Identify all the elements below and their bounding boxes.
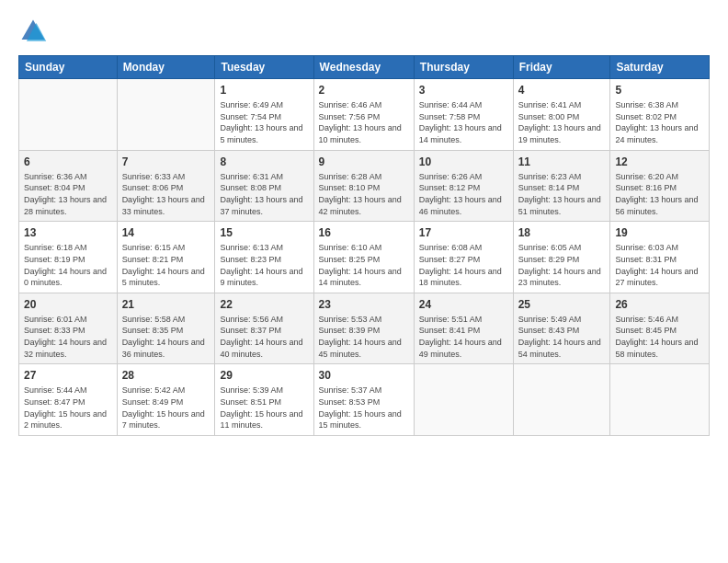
weekday-header-row: SundayMondayTuesdayWednesdayThursdayFrid… <box>19 56 710 79</box>
day-number: 17 <box>419 225 508 240</box>
day-number: 10 <box>419 155 508 169</box>
calendar-cell <box>19 79 118 151</box>
calendar-cell <box>414 364 513 436</box>
day-info: Sunrise: 6:23 AM Sunset: 8:14 PM Dayligh… <box>518 171 606 217</box>
calendar-cell: 16Sunrise: 6:10 AM Sunset: 8:25 PM Dayli… <box>313 222 414 293</box>
day-info: Sunrise: 6:38 AM Sunset: 8:02 PM Dayligh… <box>615 99 704 145</box>
calendar-cell: 30Sunrise: 5:37 AM Sunset: 8:53 PM Dayli… <box>313 364 414 436</box>
day-info: Sunrise: 5:56 AM Sunset: 8:37 PM Dayligh… <box>220 314 308 360</box>
day-number: 16 <box>319 225 409 240</box>
calendar-cell: 20Sunrise: 6:01 AM Sunset: 8:33 PM Dayli… <box>19 293 118 364</box>
day-info: Sunrise: 5:51 AM Sunset: 8:41 PM Dayligh… <box>419 314 508 360</box>
calendar-cell: 27Sunrise: 5:44 AM Sunset: 8:47 PM Dayli… <box>19 364 118 436</box>
day-info: Sunrise: 6:20 AM Sunset: 8:16 PM Dayligh… <box>615 171 704 217</box>
day-number: 6 <box>24 155 112 169</box>
day-number: 2 <box>319 83 409 98</box>
day-number: 24 <box>419 297 508 312</box>
weekday-header-thursday: Thursday <box>414 56 513 79</box>
day-info: Sunrise: 6:31 AM Sunset: 8:08 PM Dayligh… <box>220 171 308 217</box>
day-info: Sunrise: 6:33 AM Sunset: 8:06 PM Dayligh… <box>122 171 210 217</box>
day-info: Sunrise: 5:42 AM Sunset: 8:49 PM Dayligh… <box>122 385 210 431</box>
day-number: 5 <box>615 83 704 98</box>
weekday-header-tuesday: Tuesday <box>215 56 313 79</box>
week-row-1: 1Sunrise: 6:49 AM Sunset: 7:54 PM Daylig… <box>19 79 710 151</box>
day-info: Sunrise: 6:01 AM Sunset: 8:33 PM Dayligh… <box>24 314 112 360</box>
day-info: Sunrise: 6:03 AM Sunset: 8:31 PM Dayligh… <box>615 242 704 288</box>
day-number: 3 <box>419 83 508 98</box>
day-info: Sunrise: 5:58 AM Sunset: 8:35 PM Dayligh… <box>122 314 210 360</box>
calendar-cell: 14Sunrise: 6:15 AM Sunset: 8:21 PM Dayli… <box>117 222 215 293</box>
day-number: 18 <box>518 225 606 240</box>
day-info: Sunrise: 6:46 AM Sunset: 7:56 PM Dayligh… <box>319 99 409 145</box>
day-info: Sunrise: 5:46 AM Sunset: 8:45 PM Dayligh… <box>615 314 704 360</box>
logo-icon <box>18 17 48 46</box>
calendar-cell: 10Sunrise: 6:26 AM Sunset: 8:12 PM Dayli… <box>414 150 513 222</box>
header <box>18 17 710 46</box>
day-number: 23 <box>319 297 409 312</box>
day-info: Sunrise: 6:18 AM Sunset: 8:19 PM Dayligh… <box>24 242 112 288</box>
weekday-header-sunday: Sunday <box>19 56 118 79</box>
day-number: 9 <box>319 155 409 169</box>
week-row-2: 6Sunrise: 6:36 AM Sunset: 8:04 PM Daylig… <box>19 150 710 222</box>
day-number: 20 <box>24 297 112 312</box>
day-number: 14 <box>122 225 210 240</box>
week-row-3: 13Sunrise: 6:18 AM Sunset: 8:19 PM Dayli… <box>19 222 710 293</box>
day-info: Sunrise: 6:26 AM Sunset: 8:12 PM Dayligh… <box>419 171 508 217</box>
week-row-5: 27Sunrise: 5:44 AM Sunset: 8:47 PM Dayli… <box>19 364 710 436</box>
day-number: 28 <box>122 368 210 383</box>
logo <box>18 17 51 46</box>
page: SundayMondayTuesdayWednesdayThursdayFrid… <box>0 0 728 563</box>
calendar-cell: 5Sunrise: 6:38 AM Sunset: 8:02 PM Daylig… <box>610 79 710 151</box>
day-number: 27 <box>24 368 112 383</box>
day-number: 26 <box>615 297 704 312</box>
day-number: 11 <box>518 155 606 169</box>
calendar-cell: 1Sunrise: 6:49 AM Sunset: 7:54 PM Daylig… <box>215 79 313 151</box>
day-info: Sunrise: 5:44 AM Sunset: 8:47 PM Dayligh… <box>24 385 112 431</box>
day-number: 12 <box>615 155 704 169</box>
day-info: Sunrise: 6:49 AM Sunset: 7:54 PM Dayligh… <box>220 99 308 145</box>
day-number: 4 <box>518 83 606 98</box>
day-info: Sunrise: 6:08 AM Sunset: 8:27 PM Dayligh… <box>419 242 508 288</box>
calendar-cell: 8Sunrise: 6:31 AM Sunset: 8:08 PM Daylig… <box>215 150 313 222</box>
day-info: Sunrise: 6:44 AM Sunset: 7:58 PM Dayligh… <box>419 99 508 145</box>
calendar-cell: 22Sunrise: 5:56 AM Sunset: 8:37 PM Dayli… <box>215 293 313 364</box>
calendar-cell: 12Sunrise: 6:20 AM Sunset: 8:16 PM Dayli… <box>610 150 710 222</box>
calendar-cell: 25Sunrise: 5:49 AM Sunset: 8:43 PM Dayli… <box>513 293 610 364</box>
day-info: Sunrise: 6:41 AM Sunset: 8:00 PM Dayligh… <box>518 99 606 145</box>
calendar-cell: 9Sunrise: 6:28 AM Sunset: 8:10 PM Daylig… <box>313 150 414 222</box>
day-info: Sunrise: 6:10 AM Sunset: 8:25 PM Dayligh… <box>319 242 409 288</box>
weekday-header-saturday: Saturday <box>610 56 710 79</box>
day-number: 15 <box>220 225 308 240</box>
calendar-cell: 17Sunrise: 6:08 AM Sunset: 8:27 PM Dayli… <box>414 222 513 293</box>
calendar-cell: 15Sunrise: 6:13 AM Sunset: 8:23 PM Dayli… <box>215 222 313 293</box>
calendar-cell: 26Sunrise: 5:46 AM Sunset: 8:45 PM Dayli… <box>610 293 710 364</box>
day-info: Sunrise: 5:39 AM Sunset: 8:51 PM Dayligh… <box>220 385 308 431</box>
day-number: 1 <box>220 83 308 98</box>
weekday-header-wednesday: Wednesday <box>313 56 414 79</box>
day-number: 8 <box>220 155 308 169</box>
calendar-cell: 21Sunrise: 5:58 AM Sunset: 8:35 PM Dayli… <box>117 293 215 364</box>
calendar-cell: 13Sunrise: 6:18 AM Sunset: 8:19 PM Dayli… <box>19 222 118 293</box>
calendar-cell: 19Sunrise: 6:03 AM Sunset: 8:31 PM Dayli… <box>610 222 710 293</box>
day-info: Sunrise: 5:49 AM Sunset: 8:43 PM Dayligh… <box>518 314 606 360</box>
calendar-cell: 29Sunrise: 5:39 AM Sunset: 8:51 PM Dayli… <box>215 364 313 436</box>
day-number: 25 <box>518 297 606 312</box>
calendar-cell: 7Sunrise: 6:33 AM Sunset: 8:06 PM Daylig… <box>117 150 215 222</box>
calendar-table: SundayMondayTuesdayWednesdayThursdayFrid… <box>18 55 710 436</box>
week-row-4: 20Sunrise: 6:01 AM Sunset: 8:33 PM Dayli… <box>19 293 710 364</box>
day-info: Sunrise: 5:53 AM Sunset: 8:39 PM Dayligh… <box>319 314 409 360</box>
day-info: Sunrise: 6:15 AM Sunset: 8:21 PM Dayligh… <box>122 242 210 288</box>
calendar-cell <box>610 364 710 436</box>
calendar-cell: 6Sunrise: 6:36 AM Sunset: 8:04 PM Daylig… <box>19 150 118 222</box>
weekday-header-monday: Monday <box>117 56 215 79</box>
day-number: 29 <box>220 368 308 383</box>
calendar-cell: 3Sunrise: 6:44 AM Sunset: 7:58 PM Daylig… <box>414 79 513 151</box>
calendar-cell: 28Sunrise: 5:42 AM Sunset: 8:49 PM Dayli… <box>117 364 215 436</box>
day-number: 30 <box>319 368 409 383</box>
calendar-cell: 4Sunrise: 6:41 AM Sunset: 8:00 PM Daylig… <box>513 79 610 151</box>
day-number: 7 <box>122 155 210 169</box>
day-number: 21 <box>122 297 210 312</box>
calendar-cell: 23Sunrise: 5:53 AM Sunset: 8:39 PM Dayli… <box>313 293 414 364</box>
day-info: Sunrise: 5:37 AM Sunset: 8:53 PM Dayligh… <box>319 385 409 431</box>
day-info: Sunrise: 6:05 AM Sunset: 8:29 PM Dayligh… <box>518 242 606 288</box>
